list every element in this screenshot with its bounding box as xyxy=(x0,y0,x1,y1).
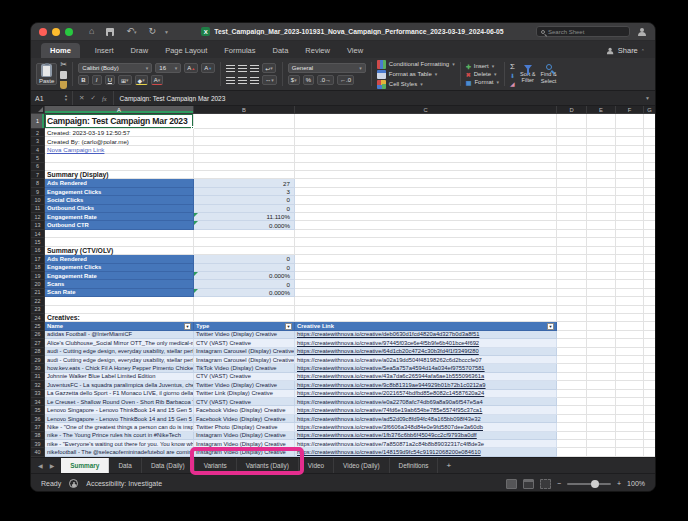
cell[interactable] xyxy=(616,415,644,423)
cell[interactable] xyxy=(557,381,587,389)
align-top-icon[interactable] xyxy=(226,65,235,72)
cell[interactable] xyxy=(644,423,655,431)
cell[interactable]: nike - "Everyone's waiting out there for… xyxy=(45,440,194,448)
find-select-button[interactable]: Find & Select xyxy=(541,60,557,88)
cell[interactable]: CTV (VAST) Creative xyxy=(194,373,295,381)
cell[interactable] xyxy=(616,163,644,171)
cell[interactable] xyxy=(616,297,644,305)
cell[interactable]: Nike - "One of the greatest things a per… xyxy=(45,423,194,431)
number-format-select[interactable]: General ▾ xyxy=(288,63,366,73)
cell[interactable] xyxy=(616,398,644,406)
column-header-d[interactable]: D xyxy=(557,106,587,114)
sheet-tab-variants-daily-[interactable]: Variants (Daily) xyxy=(237,458,299,473)
percent-button[interactable]: % xyxy=(303,75,314,85)
fill-color-button[interactable]: ◆▾ xyxy=(135,75,148,85)
cell[interactable] xyxy=(557,448,587,456)
cell[interactable] xyxy=(616,205,644,213)
cell[interactable]: Creatives: xyxy=(45,314,194,322)
cell[interactable]: how.kev.eats - Chick Fil A Honey Pepper … xyxy=(45,364,194,372)
zoom-out-icon[interactable]: − xyxy=(557,480,561,487)
cell[interactable]: Outbound Clicks xyxy=(45,205,194,213)
cell[interactable] xyxy=(557,331,587,339)
italic-button[interactable]: I xyxy=(92,75,102,85)
cell[interactable]: adidas Football - @InterMiamiCF xyxy=(45,331,194,339)
cell[interactable] xyxy=(644,432,655,440)
cell[interactable]: Engagement Rate xyxy=(45,272,194,280)
cell[interactable] xyxy=(295,129,557,137)
cell[interactable] xyxy=(587,415,616,423)
accessibility-icon[interactable] xyxy=(69,479,78,488)
cell[interactable] xyxy=(644,179,655,187)
cell[interactable]: https://createwithnova.io/creative/ad52d… xyxy=(295,415,557,423)
cell[interactable] xyxy=(194,230,295,238)
cell[interactable] xyxy=(295,297,557,305)
cell[interactable] xyxy=(616,356,644,364)
row-header-33[interactable]: 33 xyxy=(31,390,45,398)
next-sheet-icon[interactable]: ▶ xyxy=(50,462,55,469)
cell[interactable] xyxy=(644,280,655,288)
maximize-button[interactable] xyxy=(65,28,73,36)
cut-icon[interactable]: ✂ xyxy=(60,60,67,69)
cell[interactable] xyxy=(587,406,616,414)
cell[interactable] xyxy=(557,137,587,145)
cancel-icon[interactable]: ✕ xyxy=(79,94,84,102)
cell[interactable]: https://createwithnova.io/creative/3f660… xyxy=(295,423,557,431)
cell[interactable] xyxy=(616,373,644,381)
cell[interactable] xyxy=(587,272,616,280)
ribbon-tab-page-layout[interactable]: Page Layout xyxy=(163,43,209,58)
cell[interactable] xyxy=(616,448,644,456)
cell[interactable] xyxy=(194,306,295,314)
cell[interactable] xyxy=(45,297,194,305)
cell[interactable] xyxy=(194,171,295,179)
cell[interactable] xyxy=(644,196,655,204)
cell[interactable] xyxy=(295,171,557,179)
cell[interactable] xyxy=(644,205,655,213)
cell[interactable] xyxy=(587,322,616,330)
cell[interactable] xyxy=(587,154,616,162)
sheet-tab-definitions[interactable]: Definitions xyxy=(390,458,439,473)
cell[interactable] xyxy=(194,154,295,162)
row-header-9[interactable]: 9 xyxy=(31,188,45,196)
cell[interactable] xyxy=(616,280,644,288)
cell[interactable] xyxy=(587,188,616,196)
cell[interactable] xyxy=(587,230,616,238)
cell[interactable] xyxy=(616,381,644,389)
cell[interactable] xyxy=(587,171,616,179)
cell[interactable] xyxy=(587,381,616,389)
row-header-27[interactable]: 27 xyxy=(31,339,45,347)
cell[interactable] xyxy=(616,432,644,440)
cell[interactable] xyxy=(557,398,587,406)
cell[interactable] xyxy=(557,364,587,372)
cell[interactable]: nikefootball - The @selecaofemininadefut… xyxy=(45,448,194,456)
cell[interactable]: https://createwithnova.io/creative/43a7d… xyxy=(295,373,557,381)
search-input[interactable]: Search Sheet xyxy=(536,26,630,37)
cell[interactable]: 11.110% xyxy=(194,213,295,221)
row-header-34[interactable]: 34 xyxy=(31,398,45,406)
cell[interactable]: https://createwithnova.io/creative/97445… xyxy=(295,339,557,347)
table-header-type[interactable]: Type▼ xyxy=(194,322,295,330)
increase-decimal-button[interactable]: .0→ xyxy=(317,75,334,85)
cell[interactable]: Scans xyxy=(45,280,194,288)
cell[interactable]: Created: 2023-03-19 12:50:57 xyxy=(45,129,194,137)
cell[interactable] xyxy=(616,322,644,330)
cell[interactable]: https://createwithnova.io/creative/9c8b8… xyxy=(295,381,557,389)
cell[interactable] xyxy=(295,205,557,213)
row-header-13[interactable]: 13 xyxy=(31,221,45,229)
cell[interactable] xyxy=(616,264,644,272)
cell[interactable] xyxy=(45,230,194,238)
align-bottom-icon[interactable] xyxy=(250,65,259,72)
font-name-select[interactable]: Calibri (Body) ▾ xyxy=(78,63,152,73)
cell[interactable] xyxy=(557,154,587,162)
cell[interactable]: Lenovo Singapore - Lenovo ThinkBook 14 a… xyxy=(45,415,194,423)
select-all-corner[interactable] xyxy=(31,106,45,114)
conditional-formatting-button[interactable]: Conditional Formatting▾ xyxy=(377,60,455,69)
cell[interactable] xyxy=(295,306,557,314)
cell[interactable] xyxy=(295,230,557,238)
column-header-b[interactable]: B xyxy=(194,106,295,114)
cell[interactable]: https://createwithnova.io/creative/64d1c… xyxy=(295,348,557,356)
cell[interactable] xyxy=(557,188,587,196)
row-header-21[interactable]: 21 xyxy=(31,289,45,297)
cell[interactable] xyxy=(295,196,557,204)
cell[interactable]: Engagement Rate xyxy=(45,213,194,221)
selected-cell-a1[interactable]: Campaign: Test Campaign Mar 2023 xyxy=(45,114,194,129)
